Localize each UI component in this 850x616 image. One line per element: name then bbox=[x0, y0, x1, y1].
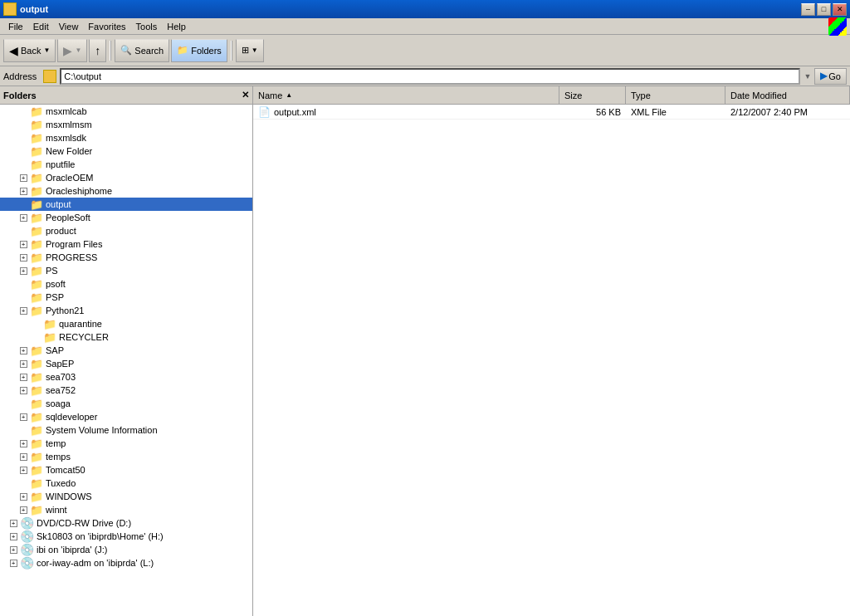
tree-item[interactable]: 📁quarantine bbox=[0, 317, 252, 330]
expand-button[interactable]: + bbox=[17, 184, 30, 198]
menu-view[interactable]: View bbox=[54, 20, 84, 33]
folder-label: RECYCLER bbox=[59, 332, 109, 342]
expand-button bbox=[17, 423, 30, 437]
address-input[interactable] bbox=[60, 68, 800, 85]
tree-item[interactable]: +📁PROGRESS bbox=[0, 251, 252, 264]
tree-item[interactable]: 📁New Folder bbox=[0, 144, 252, 158]
tree-item[interactable]: +📁sea703 bbox=[0, 370, 252, 384]
expand-button[interactable]: + bbox=[17, 437, 30, 450]
tree-item[interactable]: 📁nputfile bbox=[0, 158, 252, 171]
tree-item[interactable]: 📁msxmlcab bbox=[0, 105, 252, 118]
tree-item[interactable]: 📁System Volume Information bbox=[0, 423, 252, 437]
expand-button[interactable]: + bbox=[17, 211, 30, 224]
file-name: output.xml bbox=[274, 107, 316, 117]
expand-button[interactable]: + bbox=[7, 530, 20, 543]
tree-item[interactable]: +📁SAP bbox=[0, 344, 252, 357]
tree-item[interactable]: +📁temp bbox=[0, 437, 252, 450]
expand-button[interactable]: + bbox=[17, 463, 30, 477]
folder-icon: 📁 bbox=[30, 504, 43, 516]
tree-item[interactable]: 📁psoft bbox=[0, 277, 252, 291]
views-dropdown-icon[interactable]: ▼ bbox=[252, 46, 258, 54]
tree-item[interactable]: +💿ibi on 'ibiprda' (J:) bbox=[0, 543, 252, 556]
tree-item[interactable]: +📁Program Files bbox=[0, 237, 252, 251]
forward-button[interactable]: ▶ ▼ bbox=[57, 39, 87, 62]
tree-item[interactable]: 📁product bbox=[0, 224, 252, 237]
menu-file[interactable]: File bbox=[3, 20, 28, 33]
folder-label: Python21 bbox=[46, 306, 84, 315]
file-row[interactable]: 📄output.xml56 KBXML File2/12/2007 2:40 P… bbox=[253, 105, 850, 120]
tree-item[interactable]: +💿cor-iway-adm on 'ibiprda' (L:) bbox=[0, 556, 252, 570]
tree-item[interactable]: +📁temps bbox=[0, 450, 252, 463]
folder-icon: 📁 bbox=[30, 438, 43, 450]
tree-item[interactable]: +💿DVD/CD-RW Drive (D:) bbox=[0, 516, 252, 530]
close-button[interactable]: ✕ bbox=[833, 3, 847, 16]
folders-button[interactable]: 📁 Folders bbox=[171, 39, 227, 62]
tree-item[interactable]: +📁Python21 bbox=[0, 304, 252, 317]
toolbar-separator-1 bbox=[110, 41, 111, 61]
expand-button[interactable]: + bbox=[17, 384, 30, 397]
tree-item[interactable]: +📁sea752 bbox=[0, 384, 252, 397]
expand-button[interactable]: + bbox=[17, 450, 30, 463]
folder-panel-title: Folders bbox=[3, 90, 37, 100]
expand-button[interactable]: + bbox=[17, 304, 30, 317]
expand-button[interactable]: + bbox=[17, 264, 30, 277]
tree-item[interactable]: 📁soaga bbox=[0, 397, 252, 410]
expand-button bbox=[17, 105, 30, 118]
tree-item[interactable]: 📁Tuxedo bbox=[0, 477, 252, 490]
folder-tree: 📁msxmlcab📁msxmlmsm📁msxmlsdk📁New Folder📁n… bbox=[0, 105, 252, 616]
back-button[interactable]: ◀ Back ▼ bbox=[3, 39, 56, 62]
column-header-date[interactable]: Date Modified bbox=[725, 86, 850, 104]
folder-label: product bbox=[46, 226, 76, 236]
menu-help[interactable]: Help bbox=[162, 20, 191, 33]
content-panel: Name ▲ Size Type Date Modified 📄output.x… bbox=[253, 86, 850, 616]
tree-item[interactable]: +📁OracleOEM bbox=[0, 171, 252, 184]
tree-item[interactable]: +💿Sk10803 on 'ibiprdb\Home' (H:) bbox=[0, 530, 252, 543]
expand-button[interactable]: + bbox=[17, 370, 30, 384]
expand-button[interactable]: + bbox=[17, 344, 30, 357]
menu-favorites[interactable]: Favorites bbox=[83, 20, 130, 33]
tree-item[interactable]: 📁RECYCLER bbox=[0, 330, 252, 344]
forward-dropdown-icon[interactable]: ▼ bbox=[75, 46, 81, 54]
folder-icon: 💿 bbox=[20, 530, 34, 543]
tree-item[interactable]: +📁Tomcat50 bbox=[0, 463, 252, 477]
expand-button[interactable]: + bbox=[7, 556, 20, 570]
folder-panel-close-button[interactable]: ✕ bbox=[242, 90, 249, 100]
column-header-size[interactable]: Size bbox=[559, 86, 626, 104]
tree-item[interactable]: 📁msxmlmsm bbox=[0, 118, 252, 131]
expand-button[interactable]: + bbox=[17, 503, 30, 516]
go-button[interactable]: ▶ Go bbox=[814, 68, 847, 85]
folder-panel-header: Folders ✕ bbox=[0, 86, 252, 105]
tree-item[interactable]: 📁output bbox=[0, 198, 252, 211]
address-dropdown-icon[interactable]: ▼ bbox=[804, 72, 811, 81]
tree-item[interactable]: +📁winnt bbox=[0, 503, 252, 516]
expand-button[interactable]: + bbox=[17, 251, 30, 264]
expand-button[interactable]: + bbox=[7, 543, 20, 556]
tree-item[interactable]: +📁PeopleSoft bbox=[0, 211, 252, 224]
expand-button[interactable]: + bbox=[17, 490, 30, 503]
back-dropdown-icon[interactable]: ▼ bbox=[43, 46, 50, 54]
up-button[interactable]: ↑ bbox=[89, 39, 106, 62]
expand-button[interactable]: + bbox=[7, 516, 20, 530]
tree-item[interactable]: 📁msxmlsdk bbox=[0, 131, 252, 144]
menu-tools[interactable]: Tools bbox=[131, 20, 163, 33]
tree-item[interactable]: +📁Oracleshiphome bbox=[0, 184, 252, 198]
file-type: XML File bbox=[626, 107, 725, 117]
tree-item[interactable]: +📁PS bbox=[0, 264, 252, 277]
tree-item[interactable]: +📁WINDOWS bbox=[0, 490, 252, 503]
expand-button[interactable]: + bbox=[17, 410, 30, 423]
tree-item[interactable]: +📁sqldeveloper bbox=[0, 410, 252, 423]
tree-item[interactable]: 📁PSP bbox=[0, 291, 252, 304]
minimize-button[interactable]: – bbox=[801, 3, 815, 16]
search-button[interactable]: 🔍 Search bbox=[115, 39, 169, 62]
maximize-button[interactable]: □ bbox=[817, 3, 831, 16]
expand-button[interactable]: + bbox=[17, 357, 30, 370]
expand-button[interactable]: + bbox=[17, 171, 30, 184]
menu-edit[interactable]: Edit bbox=[28, 20, 54, 33]
column-header-type[interactable]: Type bbox=[626, 86, 725, 104]
up-arrow-icon: ↑ bbox=[95, 44, 100, 57]
search-label: Search bbox=[134, 46, 164, 56]
views-button[interactable]: ⊞ ▼ bbox=[236, 39, 264, 62]
column-header-name[interactable]: Name ▲ bbox=[253, 86, 559, 104]
expand-button[interactable]: + bbox=[17, 237, 30, 251]
tree-item[interactable]: +📁SapEP bbox=[0, 357, 252, 370]
